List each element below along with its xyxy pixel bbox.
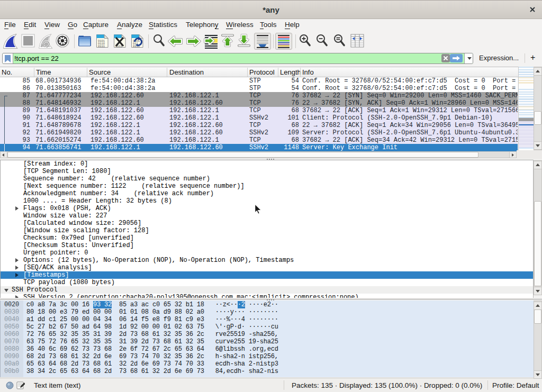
svg-text:0111: 0111 (98, 45, 105, 48)
